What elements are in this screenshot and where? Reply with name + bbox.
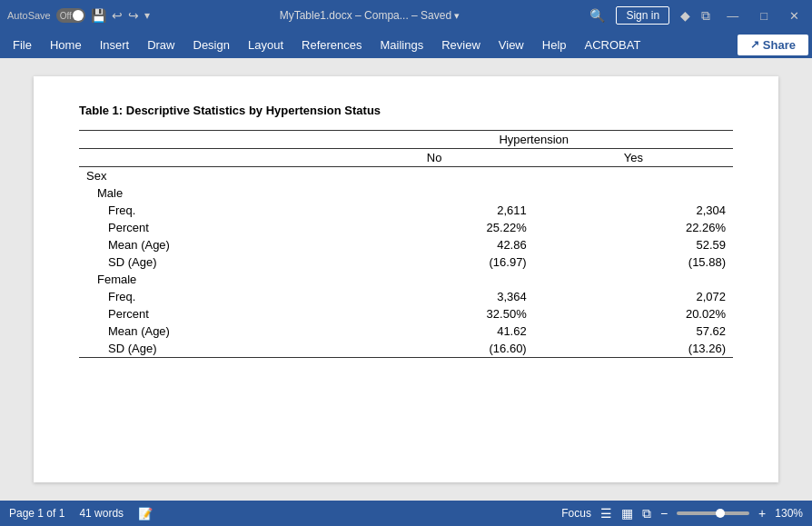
menu-review[interactable]: Review	[432, 35, 490, 55]
zoom-thumb	[716, 509, 725, 518]
zoom-slider[interactable]	[677, 511, 749, 515]
menu-insert[interactable]: Insert	[91, 35, 139, 55]
row-label: Male	[79, 184, 334, 202]
title-bar-left: AutoSave Off 💾 ↩ ↪ ▾	[7, 8, 150, 23]
row-no	[334, 167, 533, 185]
row-no: (16.97)	[334, 253, 533, 271]
table-row: SD (Age) (16.97) (15.88)	[79, 253, 733, 271]
row-yes: 20.02%	[534, 305, 733, 323]
col-no-header: No	[334, 149, 533, 167]
row-yes: (13.26)	[534, 340, 733, 358]
row-yes: 2,072	[534, 288, 733, 305]
row-yes	[534, 167, 733, 185]
title-bar-right: 🔍 Sign in ◆ ⧉ — □ ✕	[589, 6, 805, 25]
menu-home[interactable]: Home	[41, 35, 91, 55]
focus-label[interactable]: Focus	[561, 507, 591, 520]
statistics-table: Hypertension No Yes Sex Male	[79, 130, 733, 358]
table-row: Mean (Age) 42.86 52.59	[79, 236, 733, 253]
row-no: 3,364	[334, 288, 533, 305]
row-no	[334, 184, 533, 202]
save-icon[interactable]: 💾	[91, 8, 106, 23]
table-row: Percent 25.22% 22.26%	[79, 219, 733, 236]
menu-file[interactable]: File	[4, 35, 41, 55]
row-no: 41.62	[334, 323, 533, 340]
col-label-header	[79, 149, 334, 167]
row-yes: 22.26%	[534, 219, 733, 236]
row-no	[334, 271, 533, 288]
menu-view[interactable]: View	[490, 35, 533, 55]
table-row: Female	[79, 271, 733, 288]
autosave-toggle[interactable]: Off	[56, 8, 85, 23]
page-info: Page 1 of 1	[9, 507, 64, 520]
share-icon: ↗	[750, 38, 759, 51]
view-layout-icon[interactable]: ▦	[621, 506, 633, 521]
menu-layout[interactable]: Layout	[239, 35, 292, 55]
proofread-icon[interactable]: 📝	[138, 507, 153, 521]
close-button[interactable]: ✕	[784, 9, 805, 23]
word-count: 41 words	[79, 507, 124, 520]
row-yes	[534, 184, 733, 202]
title-bar: AutoSave Off 💾 ↩ ↪ ▾ MyTable1.docx – Com…	[0, 0, 812, 31]
row-label: Sex	[79, 167, 334, 185]
view-web-icon[interactable]: ⧉	[642, 506, 651, 521]
restore-down-icon[interactable]: ⧉	[701, 8, 710, 24]
empty-header	[79, 131, 334, 149]
search-icon[interactable]: 🔍	[589, 8, 605, 23]
filename: MyTable1.docx	[280, 9, 352, 22]
row-label: Percent	[79, 219, 334, 236]
menu-design[interactable]: Design	[184, 35, 239, 55]
menu-acrobat[interactable]: ACROBAT	[576, 35, 650, 55]
menu-bar: File Home Insert Draw Design Layout Refe…	[0, 31, 812, 58]
menu-references[interactable]: References	[292, 35, 371, 55]
table-row: Mean (Age) 41.62 57.62	[79, 323, 733, 340]
company-indicator: Compa...	[364, 9, 409, 22]
row-yes: 2,304	[534, 202, 733, 219]
row-no: 25.22%	[334, 219, 533, 236]
row-label: Percent	[79, 305, 334, 323]
hypertension-header: Hypertension	[334, 131, 733, 149]
table-row: Percent 32.50% 20.02%	[79, 305, 733, 323]
table-row: Male	[79, 184, 733, 202]
row-label: Freq.	[79, 288, 334, 305]
zoom-plus-button[interactable]: +	[758, 506, 766, 521]
row-label: Mean (Age)	[79, 236, 334, 253]
customize-icon[interactable]: ▾	[144, 9, 150, 22]
row-no: 42.86	[334, 236, 533, 253]
row-yes: 57.62	[534, 323, 733, 340]
row-yes	[534, 271, 733, 288]
row-no: (16.60)	[334, 340, 533, 358]
autosave-state: Off	[58, 11, 72, 21]
status-bar: Page 1 of 1 41 words 📝 Focus ☰ ▦ ⧉ − + 1…	[0, 501, 812, 526]
row-label: SD (Age)	[79, 253, 334, 271]
document-area: Table 1: Descriptive Statistics by Hyper…	[0, 58, 812, 501]
status-right: Focus ☰ ▦ ⧉ − + 130%	[561, 506, 803, 521]
table-row: Freq. 2,611 2,304	[79, 202, 733, 219]
table-row: SD (Age) (16.60) (13.26)	[79, 340, 733, 358]
toggle-knob	[73, 10, 84, 21]
table-row: Sex	[79, 167, 733, 185]
zoom-minus-button[interactable]: −	[660, 506, 668, 521]
row-yes: (15.88)	[534, 253, 733, 271]
column-header-row: No Yes	[79, 149, 733, 167]
row-label: Mean (Age)	[79, 323, 334, 340]
zoom-level: 130%	[775, 507, 803, 520]
table-row: Freq. 3,364 2,072	[79, 288, 733, 305]
share-label: Share	[763, 38, 796, 52]
row-label: Female	[79, 271, 334, 288]
row-no: 2,611	[334, 202, 533, 219]
share-button[interactable]: ↗ Share	[738, 35, 808, 55]
sign-in-button[interactable]: Sign in	[616, 6, 669, 25]
menu-mailings[interactable]: Mailings	[371, 35, 433, 55]
view-normal-icon[interactable]: ☰	[600, 506, 612, 521]
menu-help[interactable]: Help	[533, 35, 576, 55]
undo-icon[interactable]: ↩	[112, 8, 123, 23]
minimize-button[interactable]: —	[721, 9, 744, 23]
restore-button[interactable]: □	[755, 9, 773, 23]
menu-draw[interactable]: Draw	[138, 35, 183, 55]
col-yes-header: Yes	[534, 149, 733, 167]
document-page: Table 1: Descriptive Statistics by Hyper…	[34, 76, 778, 482]
autosave-label: AutoSave	[7, 10, 51, 21]
title-bar-center: MyTable1.docx – Compa... – Saved ▾	[155, 9, 585, 22]
redo-icon[interactable]: ↪	[128, 8, 139, 23]
row-no: 32.50%	[334, 305, 533, 323]
